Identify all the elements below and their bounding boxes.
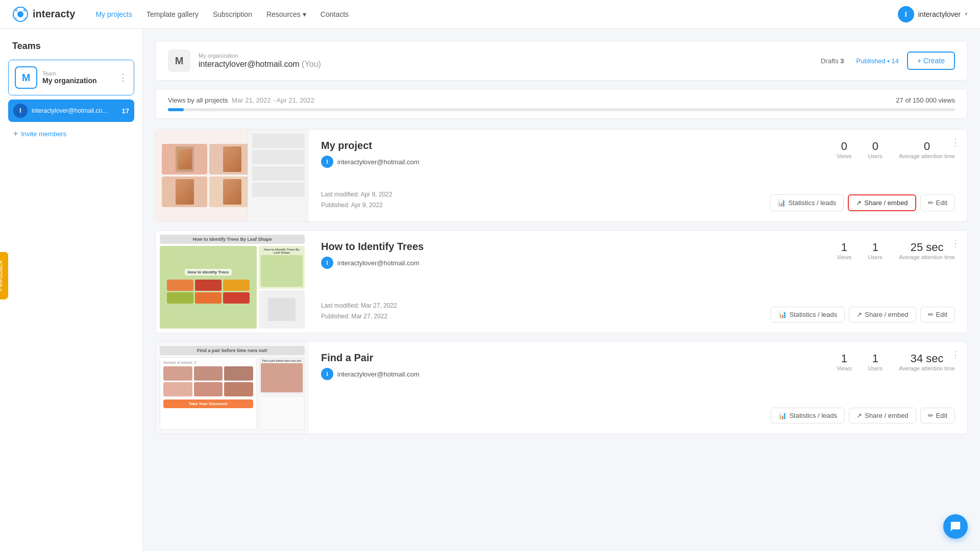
share-embed-button[interactable]: ↗ Share / embed (849, 307, 916, 322)
create-button[interactable]: + Create (907, 52, 955, 70)
edit-button[interactable]: ✏ Edit (920, 307, 955, 322)
stats-icon: 📊 (777, 199, 786, 207)
edit-icon: ✏ (928, 412, 934, 419)
chevron-down-icon: ▾ (303, 10, 306, 18)
stat-avg-time: 0 Average attention time (899, 140, 955, 159)
stat-views: 1 Views (837, 352, 851, 371)
project-content-top: How to Identify Trees I interactylover@h… (321, 241, 955, 269)
user-avatar: I (898, 6, 914, 22)
team-member-row[interactable]: I interactylover@hotmail.co... 17 (8, 99, 134, 122)
stat-users: 0 Users (868, 140, 883, 159)
org-stats: Drafts 3 Published • 14 (821, 57, 899, 65)
thumb-mini (252, 150, 305, 164)
team-label: Team (42, 70, 97, 77)
stat-views: 1 Views (837, 241, 851, 260)
project-content-bottom: Last modified: Apr 9, 2022 Published: Ap… (321, 189, 955, 211)
thumb-overlay (248, 130, 309, 221)
published-link[interactable]: Published • 14 (856, 57, 899, 65)
project-info: My project I interactylover@hotmail.com (321, 140, 837, 168)
svg-point-2 (15, 9, 18, 11)
team-name: My organization (42, 77, 97, 85)
author-email: interactylover@hotmail.com (337, 158, 420, 166)
share-icon: ↗ (856, 311, 862, 318)
logo-icon (12, 6, 29, 22)
project-actions: 📊 Statistics / leads ↗ Share / embed ✏ E… (771, 408, 955, 423)
views-bar-header: Views by all projects Mar 21, 2022 - Apr… (168, 96, 955, 104)
project-stats: 1 Views 1 Users 34 sec Average attention… (837, 352, 955, 380)
thumb-pair-mini-img (261, 363, 303, 392)
invite-members-button[interactable]: + Invite members (8, 126, 134, 141)
nav-contacts[interactable]: Contacts (321, 10, 349, 18)
invite-label: Invite members (21, 130, 66, 138)
username-label: interactylover (918, 10, 961, 18)
svg-point-4 (15, 17, 18, 19)
edit-button[interactable]: ✏ Edit (920, 408, 955, 423)
svg-point-5 (23, 17, 26, 19)
project-actions: 📊 Statistics / leads ↗ Share / embed ✏ E… (771, 307, 955, 322)
nav-subscription[interactable]: Subscription (213, 10, 252, 18)
nav-my-projects[interactable]: My projects (95, 10, 132, 18)
share-embed-button[interactable]: ↗ Share / embed (849, 408, 916, 423)
sidebar-title: Teams (8, 41, 134, 52)
stats-icon: 📊 (778, 412, 787, 419)
main-content: M My organization interactylover@hotmail… (143, 29, 980, 551)
statistics-leads-button[interactable]: 📊 Statistics / leads (770, 194, 844, 211)
share-icon: ↗ (856, 412, 862, 419)
project-stats: 1 Views 1 Users 25 sec Average attention… (837, 241, 955, 269)
thumb-pair-label: Number of actions: 0 (163, 361, 253, 364)
project-content-bottom: Last modified: Mar 27, 2022 Published: M… (321, 300, 955, 322)
project-actions: 📊 Statistics / leads ↗ Share / embed ✏ E… (770, 194, 955, 211)
project-author: I interactylover@hotmail.com (321, 257, 837, 269)
thumb-mini-img (261, 255, 303, 287)
feedback-tab[interactable]: Feedback (0, 252, 8, 299)
user-menu[interactable]: I interactylover ▾ (898, 6, 968, 22)
thumb-item (162, 144, 207, 174)
thumb-pair-discount-btn: Take Your Discount! (163, 399, 253, 408)
views-bar-track (168, 108, 955, 111)
edit-icon: ✏ (928, 311, 934, 318)
views-bar-label: Views by all projects Mar 21, 2022 - Apr… (168, 96, 314, 104)
project-content: Find a Pair I interactylover@hotmail.com… (309, 342, 967, 434)
project-thumbnail (156, 130, 309, 221)
thumb-right-panel: How to Identify Trees By Leaf Shape (259, 246, 305, 329)
project-card: My project I interactylover@hotmail.com … (155, 129, 968, 222)
chat-icon (950, 521, 961, 532)
project-author: I interactylover@hotmail.com (321, 368, 837, 380)
project-title: My project (321, 140, 837, 152)
thumb-panel-main: How to Identify Trees (160, 246, 257, 329)
share-icon: ↗ (856, 199, 862, 207)
thumb-mini-inner (268, 298, 296, 321)
member-count: 17 (122, 107, 129, 115)
thumb-pair-mini-label: Find a pair before time runs out! (261, 359, 303, 362)
app-logo[interactable]: interacty (12, 6, 75, 22)
chat-bubble[interactable] (943, 514, 968, 539)
statistics-leads-button[interactable]: 📊 Statistics / leads (771, 408, 845, 423)
nav-resources[interactable]: Resources ▾ (266, 10, 306, 18)
share-embed-button[interactable]: ↗ Share / embed (848, 194, 916, 211)
author-email: interactylover@hotmail.com (337, 259, 420, 267)
project-more-button[interactable]: ⋮ (951, 349, 960, 360)
plus-icon: + (13, 129, 18, 138)
edit-button[interactable]: ✏ Edit (920, 194, 955, 211)
statistics-leads-button[interactable]: 📊 Statistics / leads (771, 307, 845, 322)
leaf-item (167, 280, 193, 291)
project-thumbnail: How to Identify Trees By Leaf Shape How … (156, 231, 309, 333)
thumb-pair-title: Find a pair before time runs out! (160, 346, 305, 355)
edit-icon: ✏ (928, 199, 934, 207)
thumb-mini (252, 134, 305, 148)
thumb-pair-content: Find a pair before time runs out! Number… (156, 342, 309, 434)
nav-template-gallery[interactable]: Template gallery (146, 10, 199, 18)
team-card[interactable]: M Team My organization ⋮ (8, 60, 134, 95)
user-dropdown-chevron: ▾ (965, 11, 968, 17)
svg-point-3 (23, 9, 26, 11)
project-more-button[interactable]: ⋮ (951, 238, 960, 249)
project-content: My project I interactylover@hotmail.com … (309, 130, 967, 221)
author-avatar: I (321, 156, 333, 168)
member-avatar: I (13, 104, 28, 118)
thumb-tree-panels: How to Identify Trees (160, 246, 305, 329)
team-more-button[interactable]: ⋮ (118, 72, 128, 83)
project-more-button[interactable]: ⋮ (951, 137, 960, 148)
project-info: Find a Pair I interactylover@hotmail.com (321, 352, 837, 380)
org-you-label: (You) (302, 60, 321, 68)
thumb-mini-card: How to Identify Trees By Leaf Shape (259, 246, 305, 289)
